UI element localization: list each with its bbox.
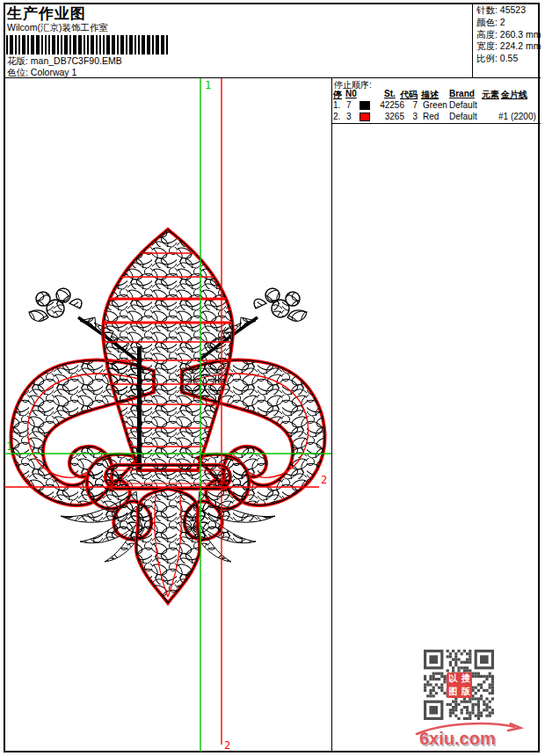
studio-subtitle: Wilcom(汇京)装饰工作室 bbox=[7, 22, 108, 34]
bottom-petal bbox=[136, 489, 200, 603]
table-row1-brand: Default bbox=[449, 100, 477, 110]
col-header-element: 元素 bbox=[482, 89, 499, 101]
end-marker-bottom: 2 bbox=[224, 739, 230, 752]
table-row1-stop: 1. bbox=[333, 100, 340, 110]
table-row2-brand: Default bbox=[449, 112, 477, 121]
table-row1-desc: Green bbox=[423, 100, 447, 110]
design-info-panel: 针数: 45523 颜色: 2 高度: 260.3 mm 宽度: 224.2 m… bbox=[476, 4, 541, 65]
color-count-value: 2 bbox=[500, 17, 505, 27]
col-header-sequin: 金片线 bbox=[501, 89, 527, 101]
width-line: 宽度: 224.2 mm bbox=[476, 40, 541, 53]
table-row2-sequin: #1 (2200) bbox=[498, 112, 536, 121]
table-bottom-rule bbox=[332, 123, 541, 124]
pattern-file-line: 花版: man_DB7C3F90.EMB bbox=[7, 55, 122, 68]
col-header-needle: N0 bbox=[345, 89, 357, 98]
table-row2-needle: 3 bbox=[346, 112, 352, 121]
pattern-file-value: man_DB7C3F90.EMB bbox=[31, 55, 122, 66]
stitch-count-value: 45523 bbox=[500, 4, 526, 15]
start-marker-top: 1 bbox=[205, 79, 211, 91]
barcode bbox=[6, 35, 168, 55]
table-row2-code: 3 bbox=[400, 112, 418, 121]
pattern-file-label: 花版: bbox=[7, 55, 28, 66]
scale-value: 0.55 bbox=[500, 53, 518, 63]
header-divider bbox=[472, 4, 473, 78]
width-value: 224.2 mm bbox=[500, 40, 541, 51]
table-row1-code: 7 bbox=[400, 100, 418, 110]
color-count-line: 颜色: 2 bbox=[476, 17, 541, 29]
height-line: 高度: 260.3 mm bbox=[476, 29, 541, 41]
central-petal bbox=[103, 229, 233, 470]
col-header-st: St. bbox=[384, 89, 396, 98]
table-row1-color-swatch bbox=[360, 101, 370, 110]
table-row1-needle: 7 bbox=[346, 100, 352, 110]
qr-center-logo: 以搜 图版 bbox=[447, 672, 472, 698]
scale-line: 比例: 0.55 bbox=[476, 53, 541, 65]
canvas-right-divider bbox=[331, 77, 332, 752]
col-header-desc: 描述 bbox=[421, 89, 439, 101]
col-header-brand: Brand bbox=[449, 89, 475, 98]
crossbar bbox=[105, 465, 230, 489]
design-canvas: 1 1 2 2 bbox=[4, 78, 331, 752]
page-title: 生产作业图 bbox=[7, 4, 86, 24]
table-row2-stop: 2. bbox=[333, 112, 340, 121]
watermark-text: 6xiu.com bbox=[419, 729, 496, 749]
start-marker-left: 1 bbox=[6, 440, 12, 453]
end-marker-right: 2 bbox=[321, 474, 327, 486]
table-row2-color-swatch bbox=[360, 113, 370, 121]
colorway-value: Colorway 1 bbox=[31, 67, 77, 77]
height-value: 260.3 mm bbox=[500, 29, 541, 40]
qr-code: 以搜 图版 bbox=[424, 650, 494, 722]
colorway-label: 色位: bbox=[7, 67, 28, 77]
production-worksheet: 生产作业图 Wilcom(汇京)装饰工作室 花版: man_DB7C3F90.E… bbox=[0, 0, 545, 756]
col-header-code: 代码 bbox=[400, 89, 418, 101]
stitch-count-line: 针数: 45523 bbox=[476, 4, 541, 17]
table-row2-desc: Red bbox=[423, 112, 439, 121]
col-header-stop: 停 bbox=[333, 89, 342, 101]
